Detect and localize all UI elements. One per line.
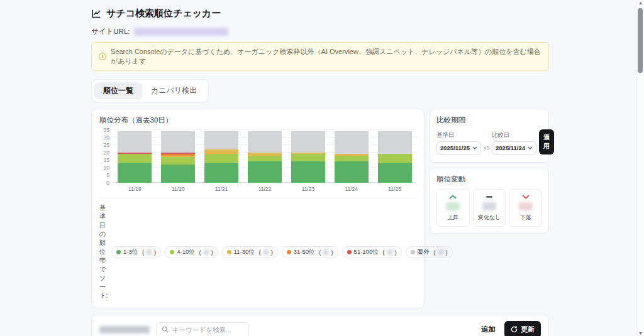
bar-column xyxy=(200,130,243,183)
y-tick-label: 20 xyxy=(104,149,109,156)
table-toolbar: 追加 更新 xyxy=(92,315,548,336)
y-tick-label: 30 xyxy=(104,134,109,141)
movement-title: 順位変動 xyxy=(436,175,542,184)
legend-dot xyxy=(347,250,352,254)
chevron-down-icon xyxy=(472,146,477,149)
bar-segment xyxy=(248,131,282,153)
compare-date-label: 比較日 xyxy=(492,131,536,139)
movement-count-blurred xyxy=(446,202,460,210)
bar-segment xyxy=(118,154,152,163)
bar-segment xyxy=(291,131,325,153)
stacked-bar xyxy=(291,131,325,183)
movement-label: 上昇 xyxy=(447,214,458,222)
legend-label: 1-3位 xyxy=(123,248,138,256)
legend-paren: ) xyxy=(154,249,156,256)
x-tick-label: 11/20 xyxy=(157,186,200,192)
refresh-label: 更新 xyxy=(521,325,535,334)
dash-icon xyxy=(486,195,493,199)
legend-paren: ) xyxy=(331,249,333,256)
bar-segment xyxy=(204,154,238,163)
scrollbar-thumb[interactable] xyxy=(638,8,643,73)
tab-rank-list[interactable]: 順位一覧 xyxy=(94,82,142,99)
base-date-label: 基準日 xyxy=(436,131,481,139)
chart-legend: 基準日の順位帯でソート: 1-3位 ()4-10位 ()11-30位 ()31-… xyxy=(99,198,416,305)
stacked-bar xyxy=(335,131,369,183)
legend-pill[interactable]: 11-30位 () xyxy=(222,246,278,258)
legend-pill[interactable]: 51-100位 () xyxy=(342,246,402,258)
refresh-button[interactable]: 更新 xyxy=(504,321,541,336)
legend-label: 31-50位 xyxy=(294,248,315,256)
bar-segment xyxy=(161,131,195,153)
legend-count-blurred xyxy=(438,249,443,255)
chevron-up-icon xyxy=(449,195,457,199)
vs-label: vs xyxy=(484,144,489,154)
legend-pill[interactable]: 圏外 () xyxy=(406,246,453,258)
bar-segment xyxy=(335,161,369,183)
page-title: サチコ検索順位チェッカー xyxy=(106,8,221,19)
chart-line-icon xyxy=(91,9,101,19)
y-tick-label: 15 xyxy=(104,157,109,163)
scroll-up-icon[interactable]: ▲ xyxy=(636,1,644,5)
legend-paren: ( xyxy=(381,249,385,256)
legend-dot xyxy=(170,250,174,254)
compare-date-select[interactable]: 2025/11/24 xyxy=(492,141,536,154)
legend-paren: ( xyxy=(432,249,436,256)
bar-column xyxy=(113,130,157,183)
bar-segment xyxy=(204,163,238,183)
chevron-down-icon xyxy=(528,146,533,149)
legend-pill[interactable]: 1-3位 () xyxy=(111,246,161,258)
bar-column xyxy=(157,130,200,183)
bar-segment xyxy=(118,131,152,153)
notice-text: Search Consoleのデータに基づくため、オーガニック検索枠以外（AI … xyxy=(111,47,541,66)
bar-segment xyxy=(291,154,325,161)
rank-movement-card: 順位変動 上昇変化なし下落 xyxy=(430,168,549,234)
keyword-count-blurred xyxy=(99,326,150,333)
info-icon: i xyxy=(99,53,106,60)
movement-label: 変化なし xyxy=(478,214,501,222)
legend-label: 圏外 xyxy=(418,248,430,256)
apply-button[interactable]: 適用 xyxy=(539,129,554,154)
site-url-row: サイトURL: xyxy=(91,27,549,36)
y-tick-label: 0 xyxy=(106,180,109,186)
movement-label: 下落 xyxy=(520,214,531,222)
bar-column xyxy=(373,130,416,183)
stacked-bar xyxy=(378,131,412,183)
chart-x-axis: 11/1911/2011/2111/2211/2311/2411/25 xyxy=(113,186,416,192)
add-button[interactable]: 追加 xyxy=(479,322,498,336)
tab-bar: 順位一覧 カニバリ検出 xyxy=(91,79,209,102)
legend-count-blurred xyxy=(387,249,392,255)
legend-pill[interactable]: 31-50位 () xyxy=(282,246,338,258)
scrollbar: ▲ ▼ xyxy=(636,0,644,336)
bar-segment xyxy=(248,161,282,183)
bar-segment xyxy=(118,163,152,183)
site-url-label: サイトURL: xyxy=(91,27,130,36)
legend-label: 4-10位 xyxy=(177,248,195,256)
legend-label: 11-30位 xyxy=(234,248,255,256)
scroll-down-icon[interactable]: ▼ xyxy=(636,331,644,335)
site-url-value-blurred xyxy=(134,28,228,36)
stacked-bar xyxy=(204,131,238,183)
refresh-icon xyxy=(511,326,518,333)
stacked-bar xyxy=(118,131,152,183)
y-tick-label: 35 xyxy=(104,127,109,133)
bar-segment xyxy=(161,157,195,165)
bar-column xyxy=(286,130,330,183)
legend-pill[interactable]: 4-10位 () xyxy=(165,246,218,258)
legend-dot xyxy=(287,250,291,254)
search-input[interactable] xyxy=(172,326,242,333)
legend-dot xyxy=(116,250,121,254)
tab-cannibalization[interactable]: カニバリ検出 xyxy=(142,82,206,99)
chart-plot xyxy=(113,130,416,183)
base-date-select[interactable]: 2025/11/25 xyxy=(436,141,481,154)
x-tick-label: 11/23 xyxy=(286,186,330,192)
search-box xyxy=(156,322,249,336)
legend-prefix: 基準日の順位帯でソート: xyxy=(99,203,108,300)
movement-count-blurred xyxy=(519,202,533,210)
bar-segment xyxy=(204,149,238,154)
stacked-bar xyxy=(248,131,282,183)
keyword-table-card: 追加 更新 キーワード 対象URL 11/25 ▲ 11/24 変動 xyxy=(91,315,549,336)
movement-tile: 上昇 xyxy=(436,189,470,227)
chart-bars xyxy=(113,130,416,183)
x-tick-label: 11/19 xyxy=(113,186,157,192)
legend-paren: ( xyxy=(140,249,144,256)
